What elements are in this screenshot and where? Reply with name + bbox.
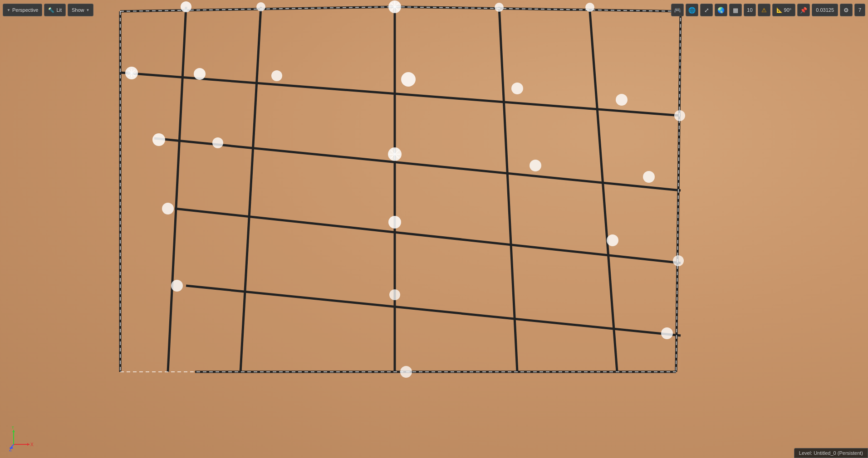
svg-point-43 — [400, 366, 412, 378]
svg-point-31 — [152, 133, 165, 146]
axis-svg: X Y Z — [9, 426, 34, 451]
svg-point-34 — [530, 160, 541, 171]
snap-button[interactable]: 📌 — [797, 4, 810, 16]
svg-point-37 — [388, 216, 401, 229]
svg-point-35 — [643, 171, 655, 183]
show-label: Show — [72, 7, 84, 13]
viewport-type-button[interactable]: ▼ Perspective — [3, 4, 42, 16]
show-dropdown-arrow: ▼ — [86, 8, 90, 12]
dropdown-arrow-icon: ▼ — [7, 8, 10, 12]
globe-icon: 🌐 — [688, 7, 696, 14]
angle-value: 90° — [784, 7, 792, 13]
svg-text:Y: Y — [11, 426, 15, 430]
svg-point-41 — [389, 289, 400, 300]
grid-icon: ▦ — [733, 7, 738, 14]
snap-value-display[interactable]: 0.03125 — [812, 4, 838, 16]
maximize-button[interactable]: ⤢ — [700, 4, 713, 16]
svg-marker-57 — [27, 443, 29, 446]
svg-point-39 — [673, 255, 684, 266]
maximize-icon: ⤢ — [704, 7, 709, 14]
grid-count-display: 10 — [744, 4, 755, 16]
options-icon: ⚙ — [843, 7, 849, 14]
lit-icon: 🔦 — [48, 7, 54, 13]
svg-point-28 — [511, 83, 523, 94]
svg-text:X: X — [30, 442, 34, 447]
angle-display[interactable]: 📐 90° — [772, 4, 796, 16]
perspective-grid — [0, 0, 868, 458]
world-icon-button[interactable]: 🌏 — [715, 4, 727, 16]
toolbar: ▼ Perspective 🔦 Lit Show ▼ 🎮 🌐 ⤢ 🌏 ▦ — [0, 0, 868, 20]
world-icon: 🌏 — [717, 7, 725, 14]
svg-text:Z: Z — [9, 447, 12, 451]
more-options-button[interactable]: ⚙ — [840, 4, 853, 16]
svg-point-25 — [194, 68, 206, 80]
svg-point-30 — [674, 110, 685, 121]
warning-button[interactable]: ⚠ — [758, 4, 770, 16]
grid-count-value: 10 — [747, 7, 752, 13]
svg-point-38 — [607, 234, 618, 246]
toolbar-right: 🎮 🌐 ⤢ 🌏 ▦ 10 ⚠ 📐 90° — [671, 4, 865, 16]
svg-point-40 — [171, 280, 183, 292]
svg-point-32 — [212, 137, 223, 148]
svg-point-27 — [401, 72, 416, 87]
svg-point-26 — [271, 70, 282, 81]
level-label: Level: Untitled_0 (Persistent) — [799, 450, 863, 456]
warning-icon: ⚠ — [761, 7, 767, 14]
svg-point-29 — [616, 94, 628, 106]
layers-count-display: 7 — [854, 4, 865, 16]
svg-marker-60 — [12, 430, 15, 432]
camera-icon: 🎮 — [674, 7, 681, 14]
layers-count-value: 7 — [858, 7, 861, 13]
world-settings-button[interactable]: 🌐 — [686, 4, 698, 16]
grid-button[interactable]: ▦ — [729, 4, 742, 16]
camera-settings-button[interactable]: 🎮 — [671, 4, 684, 16]
svg-point-42 — [661, 327, 673, 339]
axis-indicator: X Y Z — [9, 426, 32, 449]
show-button[interactable]: Show ▼ — [68, 4, 93, 16]
lighting-mode-button[interactable]: 🔦 Lit — [44, 4, 66, 16]
snap-value: 0.03125 — [816, 7, 834, 13]
lighting-mode-label: Lit — [56, 7, 62, 13]
viewport-type-label: Perspective — [12, 7, 38, 13]
snap-icon: 📌 — [800, 7, 807, 14]
angle-icon: 📐 — [776, 7, 783, 13]
svg-point-36 — [162, 203, 174, 214]
status-bar: Level: Untitled_0 (Persistent) — [794, 448, 868, 458]
grid-container — [0, 0, 868, 458]
